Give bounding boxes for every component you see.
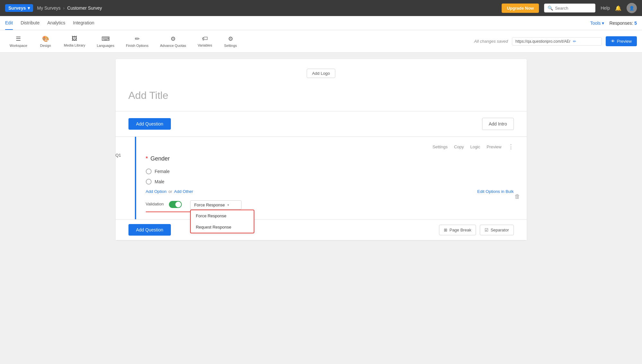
add-option-links: Add Option or Add Other [146, 189, 193, 194]
search-box[interactable]: 🔍 [544, 4, 595, 13]
page-break-label: Page Break [449, 228, 471, 232]
finish-options-icon: ✏ [135, 35, 140, 42]
question-content: Settings Copy Logic Preview ⋮ * Gender [136, 137, 527, 219]
tools-button[interactable]: Tools ▾ [590, 21, 604, 26]
add-logo-button[interactable]: Add Logo [307, 69, 336, 78]
dropdown-selected-value: Force Response [194, 203, 225, 207]
tab-analytics[interactable]: Analytics [47, 16, 65, 30]
variables-label: Variables [198, 43, 212, 47]
media-icon: 🖼 [72, 35, 77, 42]
breadcrumb-separator: › [63, 5, 65, 11]
add-question-button-top[interactable]: Add Question [128, 118, 171, 130]
settings-icon: ⚙ [228, 35, 233, 42]
toolbar-media-library[interactable]: 🖼 Media Library [59, 33, 90, 50]
option-label-female: Female [155, 169, 170, 174]
question-title-text[interactable]: Gender [151, 155, 170, 162]
radio-male[interactable] [146, 179, 152, 185]
bottom-actions: ⊞ Page Break ☑ Separator [439, 225, 514, 235]
responses-label: Responses: 5 [609, 21, 637, 26]
add-option-link[interactable]: Add Option [146, 189, 167, 194]
force-response-dropdown-menu: Force Response Request Response [190, 210, 254, 233]
question-settings-action[interactable]: Settings [433, 144, 448, 149]
search-icon: 🔍 [548, 5, 553, 11]
delete-question-icon[interactable]: 🗑 [514, 193, 520, 200]
dropdown-option-force[interactable]: Force Response [191, 210, 254, 221]
bell-icon[interactable]: 🔔 [615, 5, 621, 11]
question-bottom-row: Add Question ⊞ Page Break ☑ Separator [116, 219, 527, 240]
languages-icon: ⌨ [101, 35, 110, 42]
breadcrumb-current: Customer Survey [67, 5, 102, 11]
question-logic-action[interactable]: Logic [470, 144, 480, 149]
add-other-link[interactable]: Add Other [174, 189, 193, 194]
design-icon: 🎨 [42, 35, 49, 42]
brand-chevron: ▾ [28, 5, 30, 11]
question-section-q1: Settings Copy Logic Preview ⋮ * Gender [135, 137, 527, 219]
option-row-female: Female [146, 169, 514, 174]
question-action-toolbar: Settings Copy Logic Preview ⋮ [146, 143, 514, 150]
page-break-button[interactable]: ⊞ Page Break [439, 225, 476, 235]
second-navigation: Edit Distribute Analytics Integration To… [0, 16, 642, 30]
force-response-dropdown-container: Force Response ▾ Force Response Request … [190, 200, 242, 210]
advance-quotas-icon: ⚙ [171, 35, 176, 42]
validation-toggle[interactable] [169, 201, 182, 208]
toolbar-settings[interactable]: ⚙ Settings [219, 33, 242, 50]
question-preview-action[interactable]: Preview [487, 144, 501, 149]
radio-female[interactable] [146, 169, 152, 174]
url-edit-icon[interactable]: ✏ [573, 39, 576, 44]
question-copy-action[interactable]: Copy [454, 144, 464, 149]
variables-icon: 🏷 [202, 35, 208, 42]
tab-integration[interactable]: Integration [73, 16, 94, 30]
option-label-male: Male [155, 179, 164, 184]
upgrade-button[interactable]: Upgrade Now [502, 4, 539, 13]
languages-label: Languages [97, 44, 114, 48]
brand-name: Surveys [8, 5, 26, 11]
survey-url-text: https://qa.questionpro.com/t/AEr [515, 39, 570, 44]
dropdown-arrow-icon: ▾ [227, 203, 229, 207]
toolbar-right-area: All changes saved https://qa.questionpro… [474, 36, 637, 46]
tab-distribute[interactable]: Distribute [21, 16, 40, 30]
separator-checkbox-icon: ☑ [485, 228, 488, 232]
dropdown-option-request[interactable]: Request Response [191, 221, 254, 233]
survey-url-box: https://qa.questionpro.com/t/AEr ✏ [512, 37, 602, 46]
tools-label: Tools [590, 21, 601, 26]
question-more-icon[interactable]: ⋮ [508, 143, 514, 150]
toolbar-languages[interactable]: ⌨ Languages [92, 33, 119, 50]
add-question-button-bottom[interactable]: Add Question [128, 224, 171, 236]
force-response-dropdown-trigger[interactable]: Force Response ▾ [190, 200, 242, 210]
preview-eye-icon: 👁 [611, 39, 615, 44]
nav-right-area: Upgrade Now 🔍 Help 🔔 👤 [502, 3, 637, 13]
responses-count: 5 [634, 21, 637, 26]
validation-label: Validation [146, 200, 164, 206]
separator-button[interactable]: ☑ Separator [480, 225, 514, 235]
design-label: Design [40, 44, 51, 48]
settings-label: Settings [224, 44, 237, 48]
toolbar-variables[interactable]: 🏷 Variables [193, 33, 217, 50]
validation-row: Validation Force Response ▾ Force Respon… [146, 200, 514, 210]
help-text[interactable]: Help [601, 5, 610, 11]
breadcrumb-parent[interactable]: My Surveys [37, 5, 60, 11]
survey-title[interactable]: Add Title [128, 90, 514, 101]
workspace-label: Workspace [10, 44, 27, 48]
survey-card: Add Logo Add Title Add Question Add Intr… [116, 59, 527, 240]
toolbar-workspace[interactable]: ☰ Workspace [5, 33, 32, 50]
tools-chevron: ▾ [602, 21, 604, 26]
toolbar-finish-options[interactable]: ✏ Finish Options [121, 33, 153, 50]
second-nav-right: Tools ▾ Responses: 5 [590, 21, 637, 26]
toolbar-design[interactable]: 🎨 Design [34, 33, 57, 50]
media-label: Media Library [64, 43, 85, 47]
avatar[interactable]: 👤 [627, 3, 637, 13]
brand-logo[interactable]: Surveys ▾ [5, 4, 33, 12]
toggle-knob [175, 202, 181, 207]
edit-options-bulk-link[interactable]: Edit Options in Bulk [477, 189, 514, 194]
tab-edit[interactable]: Edit [5, 16, 13, 30]
add-intro-button[interactable]: Add Intro [482, 118, 514, 130]
preview-button[interactable]: 👁 Preview [606, 36, 637, 46]
workspace-icon: ☰ [16, 35, 21, 42]
toolbar-advance-quotas[interactable]: ⚙ Advance Quotas [155, 33, 190, 50]
advance-quotas-label: Advance Quotas [160, 44, 186, 48]
survey-header: Add Logo Add Title [116, 59, 527, 111]
question-number: Q1 [116, 153, 121, 158]
preview-label: Preview [617, 39, 632, 44]
search-input[interactable] [555, 6, 592, 11]
option-row-male: Male [146, 179, 514, 185]
